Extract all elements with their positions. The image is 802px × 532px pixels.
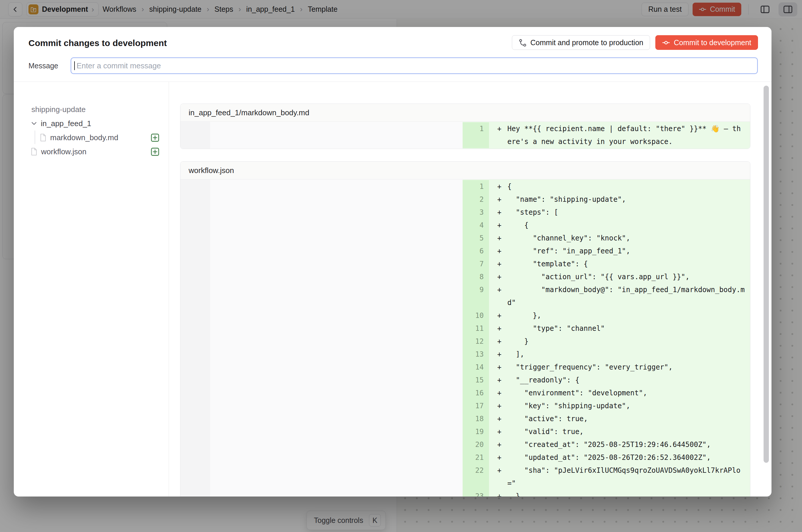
diff-plus-marker: + — [497, 412, 501, 425]
diff-old-gutter — [181, 122, 210, 149]
line-number: 4 — [463, 219, 489, 232]
diff-added-line: 17+ "key": "shipping-update", — [463, 399, 750, 412]
line-number: 13 — [463, 348, 489, 361]
diff-plus-marker: + — [497, 232, 501, 245]
commit-to-development-button[interactable]: Commit to development — [655, 35, 758, 50]
file-added-icon — [150, 147, 160, 157]
modal-actions: Commit and promote to production Commit … — [512, 35, 758, 50]
diff-plus-marker: + — [497, 451, 501, 464]
code-line-text: "ref": "in_app_feed_1", — [507, 245, 745, 258]
diff-added-line: 8+ "action_url": "{{ vars.app_url }}", — [463, 270, 750, 283]
diff-added-line: 4+ { — [463, 219, 750, 232]
diff-added-line: 10+ }, — [463, 309, 750, 322]
line-number: 2 — [463, 193, 489, 206]
diff-added-line: 15+ "__readonly": { — [463, 374, 750, 386]
code-line-text: { — [507, 180, 745, 193]
diff-body: 1+Hey **{{ recipient.name | default: "th… — [181, 122, 750, 149]
line-number: 20 — [463, 438, 489, 451]
diff-added-line: 22+ "sha": "pJeLVir6xIlUCMGqs9qroZoUAVDS… — [463, 464, 750, 490]
diff-plus-marker: + — [497, 374, 501, 386]
diff-plus-marker: + — [497, 438, 501, 451]
line-number: 22 — [463, 464, 489, 490]
diff-plus-marker: + — [497, 348, 501, 361]
code-line-text: "steps": [ — [507, 206, 745, 219]
diff-body: 1+{2+ "name": "shipping-update",3+ "step… — [181, 179, 750, 496]
line-number: 1 — [463, 122, 489, 148]
tree-item-step[interactable]: in_app_feed_1 — [14, 116, 169, 131]
chevron-down-icon — [31, 120, 37, 127]
text-caret — [74, 61, 75, 70]
diff-added-lines: 1+Hey **{{ recipient.name | default: "th… — [463, 122, 750, 149]
diff-added-line: 13+ ], — [463, 348, 750, 361]
diff-plus-marker: + — [497, 122, 501, 135]
diff-panel-markdown-body: in_app_feed_1/markdown_body.md 1+Hey **{… — [180, 103, 750, 149]
diff-plus-marker: + — [497, 270, 501, 283]
modal-header: Commit changes to development Commit and… — [14, 27, 771, 81]
code-line-text: "key": "shipping-update", — [507, 399, 745, 412]
diff-plus-marker: + — [497, 219, 501, 232]
diff-plus-marker: + — [497, 309, 501, 322]
diff-added-line: 7+ "template": { — [463, 258, 750, 270]
commit-message-row: Message — [29, 57, 758, 74]
diff-added-line: 14+ "trigger_frequency": "every_trigger"… — [463, 361, 750, 374]
commit-and-promote-button[interactable]: Commit and promote to production — [512, 35, 650, 50]
code-line-text: "markdown_body@": "in_app_feed_1/markdow… — [507, 283, 745, 309]
diff-added-line: 11+ "type": "channel" — [463, 322, 750, 335]
code-line-text: }, — [507, 309, 745, 322]
message-label: Message — [29, 62, 71, 70]
commit-icon — [662, 39, 670, 46]
code-line-text: "type": "channel" — [507, 322, 745, 335]
diff-plus-marker: + — [497, 322, 501, 335]
diff-plus-marker: + — [497, 258, 501, 270]
diff-file-name: workflow.json — [181, 162, 750, 179]
file-added-icon — [150, 133, 160, 142]
code-line-text: "created_at": "2025-08-25T19:29:46.64450… — [507, 438, 745, 451]
commit-message-input[interactable] — [71, 57, 758, 74]
code-line-text: { — [507, 219, 745, 232]
diff-added-line: 3+ "steps": [ — [463, 206, 750, 219]
diff-plus-marker: + — [497, 464, 501, 477]
diff-added-line: 19+ "valid": true, — [463, 425, 750, 438]
diff-list: in_app_feed_1/markdown_body.md 1+Hey **{… — [169, 82, 771, 496]
code-line-text: "valid": true, — [507, 425, 745, 438]
line-number: 9 — [463, 283, 489, 309]
file-icon — [40, 133, 46, 141]
diff-added-line: 2+ "name": "shipping-update", — [463, 193, 750, 206]
diff-added-line: 21+ "updated_at": "2025-08-26T20:26:52.3… — [463, 451, 750, 464]
promote-branch-icon — [519, 39, 526, 46]
tree-item-workflow-root[interactable]: shipping-update — [14, 102, 169, 116]
diff-plus-marker: + — [497, 193, 501, 206]
diff-old-content — [210, 122, 463, 149]
diff-plus-marker: + — [497, 361, 501, 374]
tree-item-workflow-json[interactable]: workflow.json — [14, 145, 169, 159]
diff-old-gutter — [181, 179, 210, 496]
code-line-text: ], — [507, 348, 745, 361]
line-number: 8 — [463, 270, 489, 283]
line-number: 19 — [463, 425, 489, 438]
code-line-text: "action_url": "{{ vars.app_url }}", — [507, 270, 745, 283]
diff-panel-workflow-json: workflow.json 1+{2+ "name": "shipping-up… — [180, 161, 750, 496]
diff-plus-marker: + — [497, 180, 501, 193]
diff-added-line: 20+ "created_at": "2025-08-25T19:29:46.6… — [463, 438, 750, 451]
diff-plus-marker: + — [497, 245, 501, 258]
diff-plus-marker: + — [497, 206, 501, 219]
code-line-text: "template": { — [507, 258, 745, 270]
line-number: 14 — [463, 361, 489, 374]
file-icon — [31, 148, 38, 156]
tree-indent-guide — [35, 131, 35, 144]
commit-modal: Commit changes to development Commit and… — [14, 27, 771, 496]
line-number: 5 — [463, 232, 489, 245]
diff-added-line: 5+ "channel_key": "knock", — [463, 232, 750, 245]
line-number: 12 — [463, 335, 489, 348]
diff-plus-marker: + — [497, 399, 501, 412]
line-number: 10 — [463, 309, 489, 322]
modal-scrollbar-thumb[interactable] — [764, 86, 769, 463]
diff-added-line: 6+ "ref": "in_app_feed_1", — [463, 245, 750, 258]
diff-added-line: 18+ "active": true, — [463, 412, 750, 425]
line-number: 3 — [463, 206, 489, 219]
tree-item-markdown-body[interactable]: markdown_body.md — [14, 131, 169, 145]
code-line-text: "trigger_frequency": "every_trigger", — [507, 361, 745, 374]
line-number: 21 — [463, 451, 489, 464]
diff-added-line: 12+ } — [463, 335, 750, 348]
code-line-text: } — [507, 490, 745, 496]
